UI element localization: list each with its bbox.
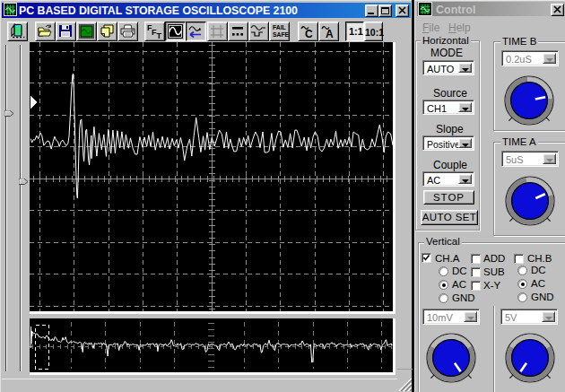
svg-text:C: C: [305, 28, 313, 39]
svg-text:T: T: [157, 31, 162, 39]
svg-text:A: A: [326, 28, 334, 39]
